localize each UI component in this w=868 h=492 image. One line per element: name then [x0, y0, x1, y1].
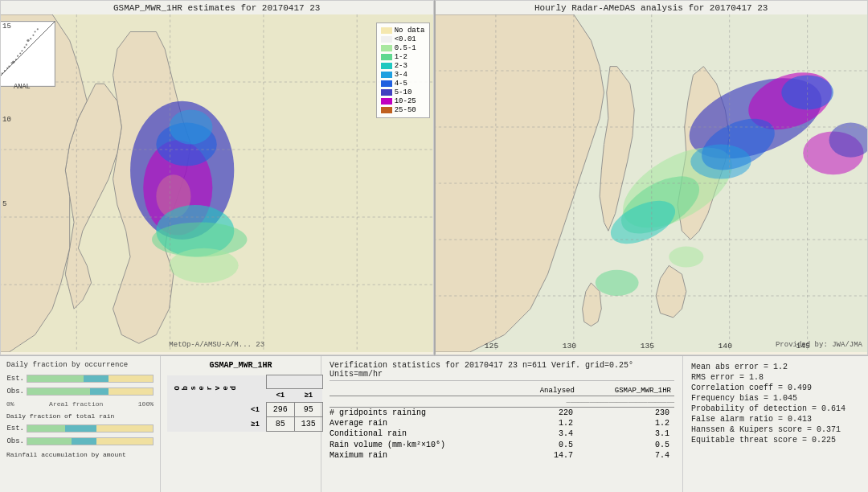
analysed-condrain: 3.4 [514, 428, 578, 439]
est-label-1: Est. [6, 375, 24, 383]
section1-title: Daily fraction by occurrence [6, 361, 154, 369]
table-row-gridpoints: # gridpoints raining 220 230 [330, 408, 674, 419]
analysed-maxrain: 14.7 [514, 450, 578, 461]
gsmap-gridpoints: 230 [578, 408, 674, 419]
left-map-canvas: ANAL 15 10 5 No data <0.01 [1, 14, 433, 352]
bar-axis-0pct: 0% [6, 400, 14, 408]
est-bar-teal [84, 375, 108, 382]
bar-axis-mid: Areal fraction [49, 400, 103, 408]
scalar-stats-panel: Mean abs error = 1.2 RMS error = 1.8 Cor… [683, 356, 868, 492]
obs-bar-track-2 [27, 437, 154, 445]
blank-corner [244, 389, 266, 403]
est2-bar-yellow [96, 425, 153, 432]
legend-item-3-4: 3-4 [381, 71, 425, 79]
gsmap-rainvol: 0.5 [578, 439, 674, 450]
bar-axis-1: 0% Areal fraction 100% [6, 400, 154, 408]
legend-label-001: <0.01 [395, 35, 416, 43]
main-container: GSMAP_MWR_1HR estimates for 20170417 23 [0, 0, 868, 492]
legend-color-5-10 [381, 89, 392, 96]
obs-bar-teal [90, 388, 108, 395]
legend-item-25-50: 25-50 [381, 106, 425, 114]
table-row-maxrain: Maximum rain 14.7 7.4 [330, 450, 674, 461]
left-map-title: GSMAP_MWR_1HR estimates for 20170417 23 [1, 1, 433, 14]
contingency-panel: GSMAP_MWR_1HR Observed <1 ≥1 <1 [161, 356, 321, 492]
left-map-y-label-5: 5 [2, 200, 6, 208]
cell-ge1-ge1: 135 [294, 417, 322, 432]
svg-point-33 [26, 44, 27, 46]
col-lt1-header: <1 [266, 389, 294, 403]
right-map-svg: 45 40 35 30 25 20 125 130 135 140 145 15 [436, 14, 868, 352]
row-label-gridpoints: # gridpoints raining [330, 408, 514, 419]
gsmap-condrain: 3.1 [578, 428, 674, 439]
legend-color-10-25 [381, 98, 392, 105]
maps-row: GSMAP_MWR_1HR estimates for 20170417 23 [0, 0, 868, 355]
svg-point-52 [669, 247, 703, 268]
analysed-header: Analysed [514, 386, 578, 396]
cell-lt1-ge1: 95 [294, 403, 322, 417]
legend-label-nodata: No data [395, 27, 425, 35]
scalar-mean-abs: Mean abs error = 1.2 [691, 363, 860, 371]
scalar-far: False alarm ratio = 0.413 [691, 415, 860, 424]
right-map-panel: Hourly Radar-AMeDAS analysis for 2017041… [434, 0, 869, 355]
gsmap-maxrain: 7.4 [578, 450, 674, 461]
section3-title: Rainfall accumulation by amount [6, 451, 154, 458]
row-label-maxrain: Maximum rain [330, 450, 514, 461]
svg-point-8 [170, 109, 213, 144]
table-row-avgrain: Average rain 1.2 1.2 [330, 418, 674, 428]
gsmap-avgrain: 1.2 [578, 418, 674, 428]
svg-point-9 [170, 248, 239, 283]
row-ge1-header: ≥1 [244, 417, 266, 432]
analysed-avgrain: 1.2 [514, 418, 578, 428]
bar-axis-100pct: 100% [138, 400, 154, 408]
obs-bar-yellow [108, 388, 153, 395]
legend-item-5-10: 5-10 [381, 88, 425, 96]
obs-label-1: Obs. [6, 387, 24, 396]
row-label-avgrain: Average rain [330, 418, 514, 428]
legend-label-05-1: 0.5-1 [395, 44, 416, 52]
table-row-rainvol: Rain volume (mm·km²×10⁶) 0.5 0.5 [330, 439, 674, 450]
row-label-condrain: Conditional rain [330, 428, 514, 439]
col-ge1-header: ≥1 [294, 389, 322, 403]
svg-text:130: 130 [562, 342, 576, 351]
cell-lt1-lt1: 296 [266, 403, 294, 417]
left-map-panel: GSMAP_MWR_1HR estimates for 20170417 23 [0, 0, 434, 355]
est-bar-row-1: Est. [6, 375, 154, 383]
svg-point-36 [32, 35, 34, 36]
legend-color-001 [381, 36, 392, 43]
verification-table: Analysed GSMAP_MWR_1HR —————————————————… [330, 386, 674, 461]
legend-label-1-2: 1-2 [395, 53, 407, 61]
obs-bar-row-1: Obs. [6, 387, 154, 396]
legend-color-1-2 [381, 54, 392, 60]
legend-color-05-1 [381, 45, 392, 51]
svg-text:ANAL: ANAL [14, 83, 31, 91]
col-label-header [330, 386, 514, 396]
legend-label-5-10: 5-10 [395, 88, 412, 96]
gsmap-header: GSMAP_MWR_1HR [578, 386, 674, 396]
obs-bar-row-2: Obs. [6, 437, 154, 445]
obs2-bar-teal [72, 438, 96, 445]
svg-point-37 [35, 31, 36, 32]
legend-item-1-2: 1-2 [381, 53, 425, 61]
svg-point-50 [690, 145, 751, 179]
scalar-pod: Probability of detection = 0.614 [691, 404, 860, 413]
est2-bar-green [27, 425, 65, 432]
row-lt1-header: <1 [244, 403, 266, 417]
svg-rect-18 [1, 22, 55, 87]
legend-color-25-50 [381, 107, 392, 113]
right-map-watermark: Provided by: JWA/JMA [776, 341, 862, 349]
svg-point-34 [27, 39, 29, 42]
cell-ge1-lt1: 85 [266, 417, 294, 432]
svg-point-29 [17, 55, 18, 57]
legend-label-25-50: 25-50 [395, 106, 416, 114]
legend-label-4-5: 4-5 [395, 80, 407, 88]
svg-point-35 [30, 38, 31, 39]
left-map-svg: ANAL [1, 14, 433, 352]
verification-panel: Verification statistics for 20170417 23 … [321, 356, 683, 492]
legend-item-4-5: 4-5 [381, 80, 425, 88]
legend-label-2-3: 2-3 [395, 62, 407, 70]
svg-point-38 [37, 28, 39, 30]
svg-point-51 [595, 270, 638, 296]
analysed-gridpoints: 220 [514, 408, 578, 419]
legend-item-2-3: 2-3 [381, 62, 425, 70]
legend-color-4-5 [381, 80, 392, 87]
